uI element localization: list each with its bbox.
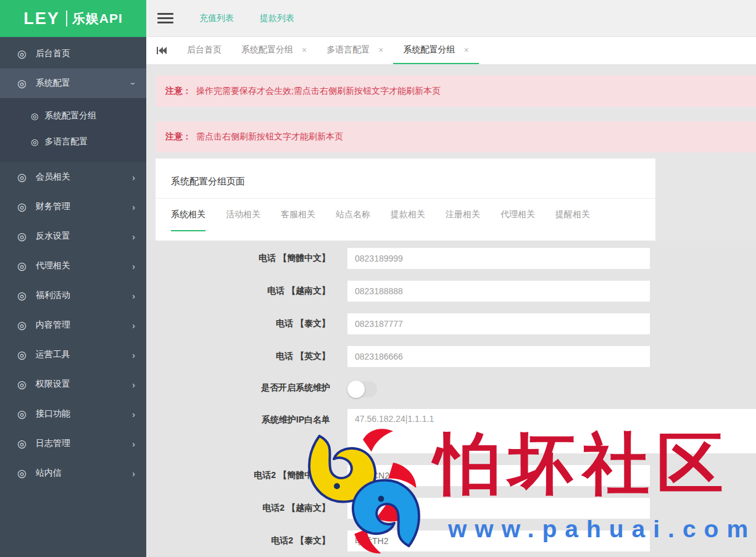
sidebar-item-operations[interactable]: ◎ 运营工具 ›: [0, 340, 146, 369]
phone-en-input[interactable]: [347, 346, 650, 367]
ring-icon: ◎: [31, 138, 38, 146]
admin-app: LEY 乐娱API ◎ 后台首页 ◎ 系统配置 › ◎ 系统配置分组 ◎: [0, 0, 756, 557]
brand-logo-cn: 乐娱API: [72, 10, 123, 27]
field-label: 电话 【簡體中文】: [146, 253, 330, 264]
sidebar-item-site-mail[interactable]: ◎ 站内信 ›: [0, 458, 146, 488]
tab-config-groups-1[interactable]: 系统配置分组 ×: [231, 37, 317, 64]
form-row: 电话2 【越南文】: [146, 498, 756, 519]
chevron-right-icon: ›: [132, 439, 135, 449]
sidebar-subitem-label: 系统配置分组: [44, 110, 96, 122]
chevron-right-icon: ›: [132, 379, 135, 390]
top-header: 充值列表 提款列表: [146, 0, 756, 37]
phone2-cn-input[interactable]: [347, 465, 650, 486]
close-icon[interactable]: ×: [463, 45, 468, 55]
ring-icon: ◎: [17, 78, 27, 89]
phone2-vn-input[interactable]: [347, 498, 650, 519]
field-label: 电话2 【越南文】: [146, 503, 330, 514]
sidebar-item-members[interactable]: ◎ 会员相关 ›: [0, 162, 146, 192]
tab-service-related[interactable]: 客服相关: [281, 199, 315, 231]
maintenance-toggle[interactable]: [347, 381, 377, 397]
field-label: 电话 【越南文】: [146, 286, 330, 297]
menu-toggle-icon[interactable]: [157, 10, 173, 26]
form-row: 电话2 【簡體中文】: [146, 465, 756, 486]
tab-activity-related[interactable]: 活动相关: [226, 199, 260, 231]
sidebar-item-api-functions[interactable]: ◎ 接口功能 ›: [0, 399, 146, 429]
sidebar-item-label: 站内信: [36, 468, 132, 479]
form-row: 电话 【簡體中文】: [146, 248, 756, 269]
sidebar-subitem-multilang-config[interactable]: ◎ 多语言配置: [0, 129, 146, 155]
tab-label: 多语言配置: [326, 44, 370, 56]
chevron-right-icon: ›: [132, 350, 135, 360]
tab-dashboard[interactable]: 后台首页: [177, 37, 231, 64]
field-label: 系统维护IP白名单: [146, 409, 330, 426]
chevron-right-icon: ›: [132, 261, 135, 271]
field-label: 电话 【英文】: [146, 351, 330, 362]
tab-withdraw-related[interactable]: 提款相关: [391, 199, 425, 231]
phone-vn-input[interactable]: [347, 281, 650, 302]
ring-icon: ◎: [17, 350, 27, 360]
sidebar-item-label: 代理相关: [36, 260, 132, 271]
top-link-recharge-list[interactable]: 充值列表: [199, 13, 234, 24]
tab-register-related[interactable]: 注册相关: [446, 199, 480, 231]
tab-agent-related[interactable]: 代理相关: [501, 199, 535, 231]
chevron-down-icon: ›: [128, 82, 139, 85]
phone-th-input[interactable]: [347, 313, 650, 334]
tab-multilang-config[interactable]: 多语言配置 ×: [317, 37, 393, 64]
sidebar-item-dashboard[interactable]: ◎ 后台首页: [0, 39, 146, 68]
ring-icon: ◎: [17, 49, 27, 59]
tab-label: 系统配置分组: [241, 44, 293, 56]
chevron-right-icon: ›: [132, 468, 135, 479]
form-row: 电话2 【泰文】: [146, 530, 756, 551]
sidebar-submenu-system-config: ◎ 系统配置分组 ◎ 多语言配置: [0, 98, 146, 162]
ring-icon: ◎: [17, 379, 27, 390]
tab-site-name[interactable]: 站点名称: [336, 199, 370, 231]
ring-icon: ◎: [17, 320, 27, 331]
field-label: 电话 【泰文】: [146, 318, 330, 329]
ring-icon: ◎: [31, 112, 38, 120]
toggle-knob: [347, 381, 365, 398]
page-title: 系统配置分组页面: [156, 159, 655, 188]
sidebar-item-welfare[interactable]: ◎ 福利活动 ›: [0, 281, 146, 310]
sidebar-item-logs[interactable]: ◎ 日志管理 ›: [0, 429, 146, 458]
ring-icon: ◎: [17, 261, 27, 271]
notice-prefix: 注意：: [165, 86, 191, 97]
notice-text: 需点击右侧刷新按钮文字才能刷新本页: [196, 131, 343, 142]
notice-text: 操作完需要保存才会生效;需点击右侧刷新按钮文字才能刷新本页: [196, 86, 441, 97]
sidebar: LEY 乐娱API ◎ 后台首页 ◎ 系统配置 › ◎ 系统配置分组 ◎: [0, 0, 146, 557]
field-label: 电话2 【簡體中文】: [146, 470, 330, 481]
phone2-th-input[interactable]: [347, 530, 650, 551]
sidebar-item-agents[interactable]: ◎ 代理相关 ›: [0, 251, 146, 281]
ring-icon: ◎: [17, 172, 27, 183]
form-row: 电话 【英文】: [146, 346, 756, 367]
ring-icon: ◎: [17, 409, 27, 419]
config-form: 电话 【簡體中文】 电话 【越南文】 电话 【泰文】 电话 【英文】 是否开启系…: [146, 241, 756, 557]
sidebar-item-content[interactable]: ◎ 内容管理 ›: [0, 310, 146, 340]
sidebar-subitem-config-groups[interactable]: ◎ 系统配置分组: [0, 103, 146, 129]
sidebar-item-finance[interactable]: ◎ 财务管理 ›: [0, 192, 146, 221]
tab-config-groups-2[interactable]: 系统配置分组 ×: [393, 37, 478, 64]
chevron-right-icon: ›: [132, 231, 135, 242]
sidebar-item-label: 内容管理: [36, 320, 132, 331]
ring-icon: ◎: [17, 439, 27, 449]
sidebar-item-label: 系统配置: [36, 78, 132, 89]
phone-cn-input[interactable]: [347, 248, 650, 269]
chevron-right-icon: ›: [132, 320, 135, 331]
close-icon[interactable]: ×: [378, 45, 383, 55]
sidebar-item-rebate[interactable]: ◎ 反水设置 ›: [0, 221, 146, 251]
sidebar-item-label: 接口功能: [36, 408, 132, 419]
tab-system-related[interactable]: 系统相关: [171, 199, 206, 231]
sidebar-item-system-config[interactable]: ◎ 系统配置 ›: [0, 68, 146, 98]
sidebar-item-label: 权限设置: [36, 379, 132, 390]
ring-icon: ◎: [17, 202, 27, 212]
tab-label: 后台首页: [187, 44, 222, 56]
sidebar-item-permissions[interactable]: ◎ 权限设置 ›: [0, 369, 146, 399]
top-link-withdraw-list[interactable]: 提款列表: [260, 13, 294, 24]
chevron-right-icon: ›: [132, 409, 135, 419]
maintenance-ip-whitelist-input[interactable]: 47.56.182.24|1.1.1.1: [347, 409, 756, 453]
skip-back-icon[interactable]: [156, 37, 168, 64]
spacer: [146, 65, 756, 75]
close-icon[interactable]: ×: [302, 45, 307, 55]
form-row: 系统维护IP白名单 47.56.182.24|1.1.1.1: [146, 409, 756, 453]
notice-banner-refresh: 注意： 需点击右侧刷新按钮文字才能刷新本页: [156, 122, 756, 152]
tab-reminder-related[interactable]: 提醒相关: [555, 199, 590, 231]
